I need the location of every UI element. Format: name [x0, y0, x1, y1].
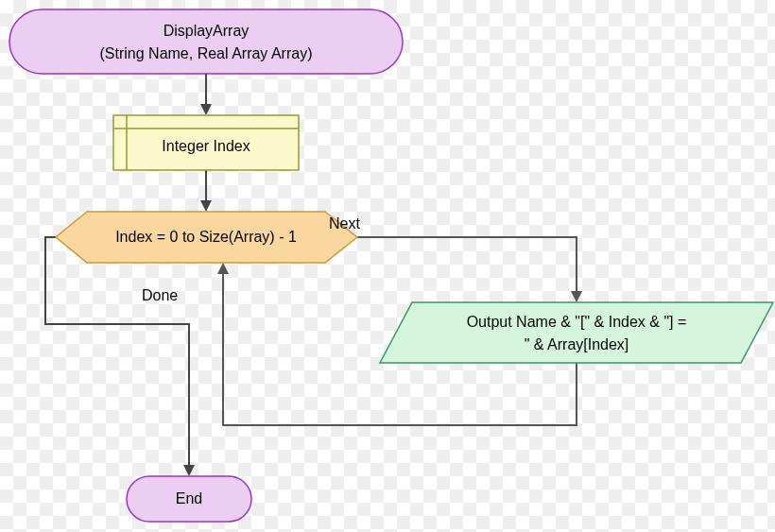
start-line1: DisplayArray: [164, 23, 250, 39]
loop-text: Index = 0 to Size(Array) - 1: [115, 229, 297, 245]
label-done: Done: [142, 287, 178, 303]
node-start: DisplayArray (String Name, Real Array Ar…: [9, 9, 403, 74]
flowchart-diagram: DisplayArray (String Name, Real Array Ar…: [0, 0, 775, 532]
svg-marker-3: [200, 200, 212, 212]
node-end: End: [127, 476, 251, 522]
svg-rect-7: [9, 9, 403, 74]
node-declare: Integer Index: [113, 115, 299, 170]
svg-marker-5: [217, 263, 229, 274]
node-output: Output Name & "[" & Index & "] = " & Arr…: [380, 302, 773, 363]
output-line1: Output Name & "[" & Index & "] =: [467, 314, 687, 330]
svg-marker-4: [571, 291, 582, 302]
svg-marker-6: [183, 465, 195, 476]
end-text: End: [176, 490, 202, 506]
svg-marker-1: [200, 104, 212, 115]
label-next: Next: [329, 215, 360, 232]
node-loop: Index = 0 to Size(Array) - 1: [56, 212, 357, 263]
declare-text: Integer Index: [162, 138, 250, 154]
output-line2: " & Array[Index]: [525, 336, 629, 352]
start-line2: (String Name, Real Array Array): [100, 45, 313, 61]
svg-marker-12: [380, 302, 773, 363]
